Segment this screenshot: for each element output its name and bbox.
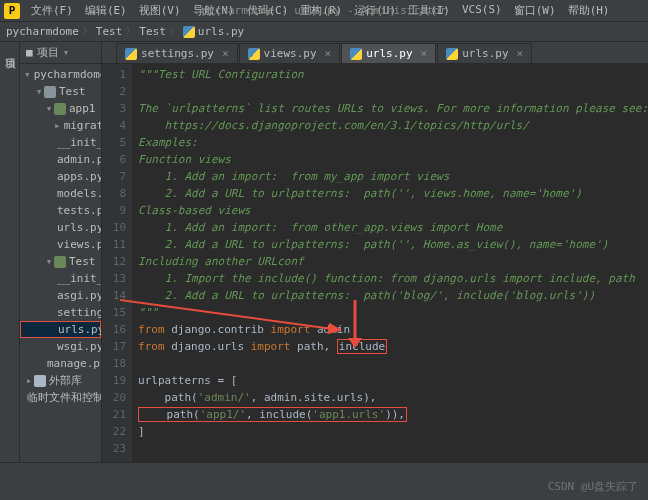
tree-node-urls-py[interactable]: urls.py (20, 219, 101, 236)
line-gutter: 1234567891011121314151617181920212223 (102, 64, 132, 462)
menu-window[interactable]: 窗口(W) (509, 1, 561, 20)
tree-node-app1[interactable]: ▾app1 (20, 100, 101, 117)
tree-node-外部库[interactable]: ▸外部库 (20, 372, 101, 389)
editor-tab-settings-py[interactable]: settings.py× (116, 43, 237, 63)
tree-node-models-py[interactable]: models.py (20, 185, 101, 202)
menu-bar: P 文件(F) 编辑(E) 视图(V) 导航(N) 代码(C) 重构(R) 运行… (0, 0, 648, 22)
tree-node-Test[interactable]: ▾Test (20, 253, 101, 270)
editor-tab-views-py[interactable]: views.py× (239, 43, 341, 63)
editor-tab-urls-py[interactable]: urls.py× (341, 43, 436, 63)
project-tool-tab[interactable]: 项目 (0, 46, 19, 54)
tree-node-Test[interactable]: ▾Test (20, 83, 101, 100)
editor-tabs: settings.py×views.py×urls.py×urls.py× (102, 42, 648, 64)
tree-title: 项目 (37, 45, 59, 60)
watermark: CSDN @U盘失踪了 (548, 479, 638, 494)
editor-tab-urls-py[interactable]: urls.py× (437, 43, 532, 63)
crumb-folder2[interactable]: Test (139, 25, 166, 38)
tree-node-__init__-py[interactable]: __init__.py (20, 134, 101, 151)
editor: settings.py×views.py×urls.py×urls.py× 12… (102, 42, 648, 462)
tree-node-settings-py[interactable]: settings.py (20, 304, 101, 321)
tree-node-wsgi-py[interactable]: wsgi.py (20, 338, 101, 355)
include-highlight: include (337, 339, 387, 354)
code-area[interactable]: 1234567891011121314151617181920212223 ""… (102, 64, 648, 462)
crumb-folder1[interactable]: Test (96, 25, 123, 38)
tree-node-asgi-py[interactable]: asgi.py (20, 287, 101, 304)
tree-node-临时文件和控制台[interactable]: 临时文件和控制台 (20, 389, 101, 406)
tree-node-tests-py[interactable]: tests.py (20, 202, 101, 219)
app-logo: P (4, 3, 20, 19)
tree-header: ■ 项目 ▾ (20, 42, 101, 64)
tree-header-title: ■ (26, 46, 33, 59)
menu-view[interactable]: 视图(V) (134, 1, 186, 20)
tree-node-admin-py[interactable]: admin.py (20, 151, 101, 168)
menu-help[interactable]: 帮助(H) (563, 1, 615, 20)
breadcrumb: pycharmdome〉 Test〉 Test〉 urls.py (0, 22, 648, 42)
project-tree: ■ 项目 ▾ ▾pycharmdomeD:\pycharmdome▾Test▾a… (20, 42, 102, 462)
code-content[interactable]: """Test URL Configuration The `urlpatter… (132, 64, 648, 462)
window-title: pycharmdome - urls.py - Administrator (201, 4, 446, 17)
tree-node-migrations[interactable]: ▸migrations (20, 117, 101, 134)
tree-node-manage-py[interactable]: manage.py (20, 355, 101, 372)
tree-node-__init__-py[interactable]: __init__.py (20, 270, 101, 287)
menu-file[interactable]: 文件(F) (26, 1, 78, 20)
tool-sidebar: 项目 (0, 42, 20, 462)
tree-node-apps-py[interactable]: apps.py (20, 168, 101, 185)
tree-node-views-py[interactable]: views.py (20, 236, 101, 253)
tree-node-pycharmdome[interactable]: ▾pycharmdomeD:\pycharmdome (20, 66, 101, 83)
crumb-file[interactable]: urls.py (198, 25, 244, 38)
crumb-project[interactable]: pycharmdome (6, 25, 79, 38)
tree-node-urls-py[interactable]: urls.py (20, 321, 101, 338)
python-icon (183, 26, 195, 38)
menu-vcs[interactable]: VCS(S) (457, 1, 507, 20)
menu-edit[interactable]: 编辑(E) (80, 1, 132, 20)
path-highlight: path('app1/', include('app1.urls')), (138, 407, 407, 422)
